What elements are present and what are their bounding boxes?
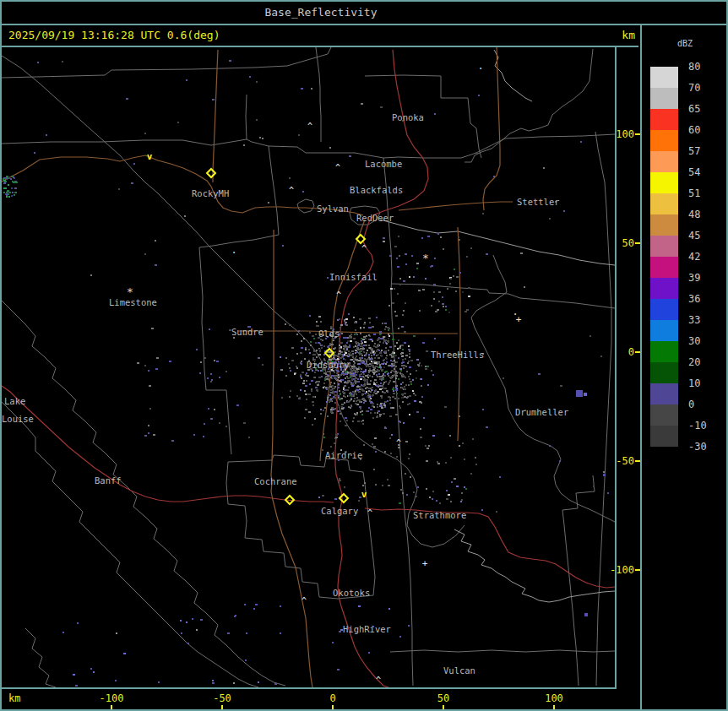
city-label: Stettler (517, 197, 560, 207)
legend-tick-label: 30 (688, 335, 700, 347)
bottom-axis-tick (332, 705, 334, 710)
city-label: Olds (318, 328, 340, 339)
legend-swatch (650, 88, 678, 109)
legend-swatch (650, 362, 678, 383)
bottom-axis-tick (443, 705, 444, 710)
legend-tick-label: 65 (688, 103, 700, 115)
legend-swatch (650, 130, 678, 151)
legend-swatch (650, 278, 678, 299)
city-label: ThreeHills (431, 350, 484, 360)
city-label: RedDeer (356, 213, 394, 223)
legend-swatch (650, 67, 678, 88)
caret-symbol: ^ (361, 244, 367, 253)
right-axis-tick-label: 0 (628, 346, 634, 358)
city-label: Banff (95, 475, 122, 486)
scan-timestamp: 2025/09/19 13:16:28 UTC 0.6(deg) (8, 25, 220, 46)
legend-swatch (650, 109, 678, 130)
city-label: Sylvan (317, 204, 349, 214)
city-label: Innisfail (329, 272, 378, 282)
city-label: Ponoka (392, 112, 424, 122)
city-label: Airdrie (325, 450, 362, 460)
right-axis-unit-label: km (622, 25, 635, 46)
bottom-axis-tick-label: 0 (329, 692, 335, 704)
city-label: RockyMH (192, 188, 229, 198)
info-bar: 2025/09/19 13:16:28 UTC 0.6(deg) km (2, 25, 638, 47)
legend-swatch (650, 426, 678, 447)
v-marker: v (361, 489, 367, 500)
radar-echoes (3, 60, 609, 687)
legend-swatch (650, 383, 678, 404)
city-label: Limestone (109, 297, 157, 307)
caret-symbol: ^ (336, 290, 341, 300)
right-axis-tick-label: 100 (616, 128, 634, 140)
right-axis: 100500-50-100 (617, 47, 642, 689)
legend-tick-label: 48 (688, 209, 700, 220)
legend-swatch (650, 341, 678, 362)
legend-swatch (650, 257, 678, 278)
legend-tick-label: 36 (688, 293, 700, 305)
city-label: HighRiver (343, 624, 391, 634)
caret-symbol: ^ (376, 676, 381, 685)
legend-swatch (650, 172, 678, 193)
asterisk-symbol: * (422, 252, 429, 264)
caret-symbol: ^ (396, 438, 401, 448)
legend-tick-label: 10 (688, 377, 700, 389)
right-axis-tick-label: -100 (610, 564, 634, 576)
bottom-axis-tick (553, 705, 555, 710)
right-axis-tick-label: 50 (622, 237, 634, 249)
legend-tick-label: 45 (688, 230, 700, 242)
radar-site-marker (207, 169, 215, 177)
bottom-axis-tick-label: -50 (213, 692, 231, 704)
city-label: Calgary (321, 506, 358, 516)
legend-tick-label: 54 (688, 166, 700, 178)
legend-tick-label: 80 (688, 61, 700, 73)
title-bar-extension (640, 2, 726, 25)
legend-swatch (650, 299, 678, 320)
legend-tick-label: 42 (688, 251, 700, 263)
caret-symbol: ^ (289, 186, 294, 195)
city-label: Lake (4, 396, 25, 406)
city-label: Blackfalds (350, 185, 403, 195)
legend-panel: dBZ 807065605754514845423936333020100-10… (640, 25, 728, 709)
legend-tick-label: -30 (688, 441, 707, 453)
city-label: Cochrane (254, 476, 297, 486)
dot-symbol: · (512, 308, 518, 320)
city-label: Didsbury (307, 360, 350, 370)
bottom-axis: km -100-50050100 (2, 691, 640, 711)
legend-title: dBZ (677, 39, 693, 48)
legend-swatch (650, 236, 678, 257)
caret-symbol: ^ (367, 508, 372, 518)
bottom-axis-tick-label: -100 (100, 692, 124, 704)
bottom-axis-tick (111, 705, 112, 710)
city-label: Louise (2, 414, 34, 424)
bottom-axis-tick (221, 705, 223, 710)
city-label: Sundre (231, 327, 263, 337)
legend-tick-label: -10 (688, 420, 707, 431)
legend-tick-label: 39 (688, 272, 700, 284)
radar-site-marker (340, 494, 348, 502)
city-label: Strathmore (413, 510, 466, 520)
v-marker: v (147, 151, 153, 162)
radar-window: Base_Reflectivity 2025/09/19 13:16:28 UT… (0, 0, 728, 711)
bottom-axis-tick-label: 100 (545, 692, 563, 704)
bottom-axis-tick-label: 50 (437, 692, 449, 704)
radar-map-canvas[interactable]: vv^^^^^^^^^**++··· PonokaLacombeBlackfal… (2, 47, 615, 687)
title-bar: Base_Reflectivity (2, 2, 640, 25)
caret-symbol: ^ (335, 163, 340, 172)
dot-symbol: · (477, 62, 483, 74)
city-label: Lacombe (365, 159, 402, 169)
legend-swatch (650, 214, 678, 236)
legend-tick-label: 57 (688, 145, 700, 157)
bottom-axis-unit-label: km (8, 692, 20, 704)
asterisk-symbol: * (127, 285, 133, 298)
legend-tick-label: 20 (688, 356, 700, 368)
legend-tick-label: 0 (688, 399, 694, 410)
legend-swatch (650, 151, 678, 172)
legend-tick-label: 70 (688, 82, 700, 94)
caret-symbol: ^ (302, 596, 307, 605)
legend-tick-label: 51 (688, 187, 700, 199)
legend-swatch (650, 193, 678, 214)
right-axis-tick-label: -50 (616, 455, 634, 467)
legend-tick-label: 33 (688, 314, 700, 326)
dot-symbol: · (231, 247, 236, 258)
